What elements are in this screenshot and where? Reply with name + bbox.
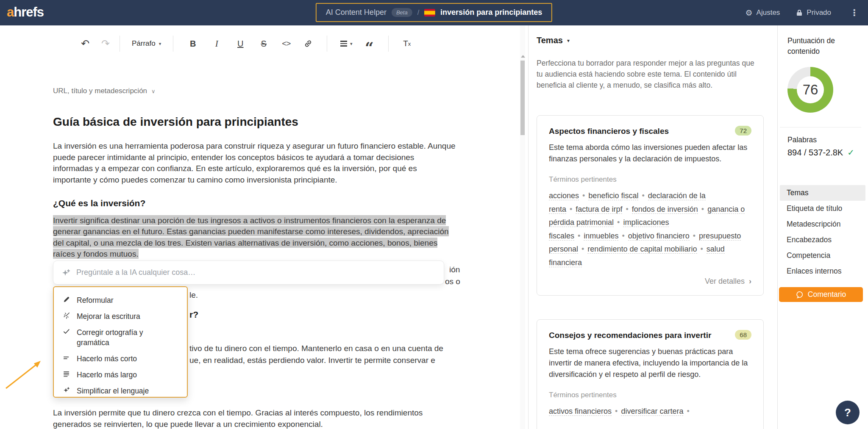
document-title-box[interactable]: AI Content Helper Beta / inversión para … — [316, 3, 552, 22]
menu-item-mas-corto[interactable]: Hacerlo más corto — [54, 351, 187, 367]
menu-item-label: Hacerlo más corto — [77, 354, 137, 364]
url-meta-toggle[interactable]: URL, título y metadescripción ∨ — [53, 87, 156, 95]
italic-button[interactable]: I — [210, 35, 223, 52]
article-heading-que-es[interactable]: ¿Qué es la inversión? — [53, 198, 145, 208]
content-score-title: Puntuación de contenido — [787, 36, 860, 57]
ahrefs-logo[interactable]: ahrefs — [7, 5, 44, 20]
settings-button[interactable]: ⚙ Ajustes — [746, 8, 780, 17]
menu-item-mejorar[interactable]: Mejorar la escritura — [54, 308, 187, 324]
toolbar-divider — [388, 36, 389, 52]
clear-x: x — [408, 41, 411, 47]
topics-panel-title-dropdown[interactable]: Temas ▾ — [537, 36, 570, 45]
beta-badge: Beta — [392, 8, 412, 17]
term[interactable]: fondos de inversión — [632, 205, 698, 214]
ai-sparkle-icon — [62, 268, 70, 277]
panel-divider — [780, 127, 861, 127]
term[interactable]: factura de irpf — [576, 205, 622, 214]
help-button[interactable]: ? — [836, 401, 860, 424]
heading-fragment[interactable]: r? — [189, 310, 198, 320]
nav-item-competencia[interactable]: Competencia — [780, 248, 865, 263]
privacy-button[interactable]: Privado — [796, 8, 831, 17]
clear-t: T — [403, 39, 408, 48]
text-selection: Invertir significa destinar una porción … — [53, 215, 449, 259]
logo-rest: hrefs — [14, 5, 44, 19]
menu-item-label: Corregir ortografía y gramática — [77, 327, 166, 348]
code-button[interactable]: <> — [280, 35, 292, 52]
comment-button[interactable]: Comentario — [779, 287, 863, 302]
chevron-down-icon: ∨ — [151, 88, 156, 94]
toolbar-divider — [120, 36, 120, 52]
words-value: 894 / 537-2.8K — [787, 148, 843, 158]
topic-card-consejos: Consejos y recomendaciones para invertir… — [537, 319, 764, 429]
term[interactable]: beneficio fiscal — [588, 191, 638, 200]
text-fragment[interactable]: tivo de tu dinero con el tiempo. Mantene… — [189, 344, 443, 353]
clear-formatting-button[interactable]: Tx — [401, 35, 413, 52]
ai-content-helper-app: ahrefs AI Content Helper Beta / inversió… — [0, 0, 868, 429]
content-score-value: 76 — [787, 67, 833, 113]
words-label: Palabras — [787, 136, 817, 144]
toolbar-divider — [327, 36, 327, 52]
nav-item-enlaces-internos[interactable]: Enlaces internos — [780, 263, 865, 279]
chevron-right-icon: › — [749, 277, 751, 285]
term[interactable]: activos financieros — [549, 407, 612, 416]
editor-scrollbar-thumb[interactable] — [520, 61, 525, 135]
term[interactable]: rendimiento de capital mobiliario — [587, 245, 697, 254]
ai-prompt-bar[interactable] — [53, 260, 444, 285]
app-title: AI Content Helper — [326, 8, 387, 17]
article-paragraph[interactable]: La inversión es una herramienta poderosa… — [53, 141, 456, 185]
term[interactable]: inmuebles — [584, 232, 618, 241]
terms-list: activos financierosdiversificar cartera — [549, 405, 751, 418]
menu-item-label: Reformular — [77, 295, 114, 305]
term[interactable]: acciones — [549, 191, 579, 200]
alignment-dropdown[interactable]: ▾ — [340, 35, 353, 52]
topic-card-title: Aspectos financieros y fiscales — [549, 126, 669, 136]
text-fragment[interactable]: os o — [445, 277, 460, 286]
nav-item-encabezados[interactable]: Encabezados — [780, 232, 865, 248]
meta-toggle-label: URL, título y metadescripción — [53, 87, 147, 95]
paragraph-style-dropdown[interactable]: Párrafo ▾ — [132, 35, 161, 52]
menu-item-reformular[interactable]: Reformular — [54, 292, 187, 308]
menu-item-corregir[interactable]: Corregir ortografía y gramática — [54, 324, 187, 351]
text-fragment[interactable]: ión — [449, 265, 460, 274]
check-icon: ✓ — [847, 147, 854, 158]
menu-item-mas-largo[interactable]: Hacerlo más largo — [54, 367, 187, 383]
undo-button[interactable]: ↶ — [79, 35, 92, 52]
topic-card-description: Este tema ofrece sugerencias y buenas pr… — [549, 346, 751, 380]
terms-label: Términos pertinentes — [549, 175, 751, 184]
question-mark-icon: ? — [844, 406, 851, 419]
ai-prompt-input[interactable] — [76, 268, 435, 277]
article-paragraph[interactable]: La inversión permite que tu dinero crezc… — [53, 407, 456, 429]
privacy-label: Privado — [807, 8, 831, 17]
longer-icon — [63, 370, 70, 377]
redo-button[interactable]: ↷ — [99, 35, 112, 52]
term[interactable]: diversificar cartera — [621, 407, 683, 416]
logo-letter-a: a — [7, 5, 14, 19]
blockquote-button[interactable]: “ — [363, 35, 376, 52]
breadcrumb-separator: / — [417, 9, 419, 17]
underline-button[interactable]: U — [234, 35, 247, 52]
strikethrough-button[interactable]: S — [257, 35, 270, 52]
panel-divider — [528, 25, 529, 429]
nav-item-etiqueta-de-titulo[interactable]: Etiqueta de título — [780, 201, 865, 216]
bold-button[interactable]: B — [186, 35, 199, 52]
text-fragment[interactable]: le. — [189, 291, 198, 300]
kebab-menu-icon[interactable]: ⋮ — [847, 8, 861, 18]
nav-item-temas[interactable]: Temas — [780, 185, 865, 201]
topbar-actions: ⚙ Ajustes Privado ⋮ — [746, 0, 861, 25]
topics-title: Temas — [537, 36, 563, 45]
settings-label: Ajustes — [757, 8, 780, 17]
link-icon — [304, 39, 312, 48]
article-title[interactable]: Guía básica de inversión para principian… — [53, 115, 298, 129]
nav-item-metadescripcion[interactable]: Metadescripción — [780, 216, 865, 232]
term[interactable]: objetivo financiero — [628, 232, 690, 241]
menu-item-simplificar[interactable]: Simplificar el lenguaje — [54, 383, 187, 399]
text-fragment[interactable]: ue, en realidad, estás perdiendo valor. … — [189, 356, 435, 365]
spain-flag-icon — [424, 9, 435, 17]
panel-divider — [777, 25, 778, 429]
topic-card-header: Aspectos financieros y fiscales 72 — [549, 126, 751, 136]
link-button[interactable] — [302, 35, 314, 52]
scrollbar-up-arrow[interactable] — [521, 55, 525, 58]
selected-paragraph[interactable]: Invertir significa destinar una porción … — [53, 215, 459, 260]
view-details-link[interactable]: Ver detalles› — [549, 277, 751, 286]
lock-icon — [796, 9, 803, 17]
